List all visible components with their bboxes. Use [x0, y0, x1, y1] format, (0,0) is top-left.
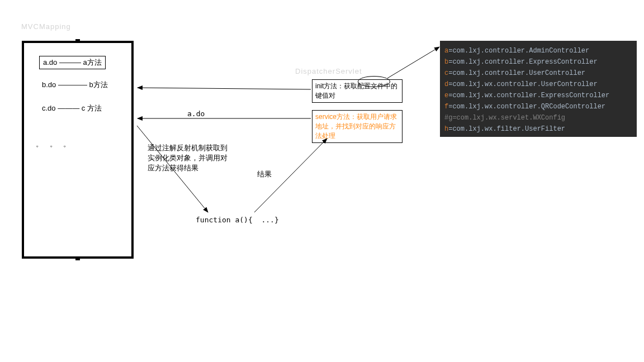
box-tab-top: [75, 39, 80, 41]
code-line: b=com.lxj.controller.ExpressController: [440, 56, 637, 68]
code-comment: #g=com.lxj.wx.servlet.WXConfig: [444, 114, 565, 122]
code-val: com.lxj.controller.UserController: [452, 69, 585, 77]
mapping-c-line: ———: [58, 104, 79, 112]
code-line: d=com.lxj.wx.controller.UserController: [440, 79, 637, 90]
arrow-label-ado: a.do: [187, 109, 205, 118]
mapping-b-line: ————: [58, 80, 87, 89]
mapping-b-right: b方法: [89, 80, 108, 89]
code-line: h=com.lxj.wx.filter.UserFilter: [440, 123, 637, 135]
code-line: e=com.lxj.wx.controller.ExpressControlle…: [440, 90, 637, 101]
mapping-a-right: a方法: [83, 58, 102, 66]
dispatcher-title: DispatcherServlet: [295, 67, 362, 75]
mapping-b-left: b.do: [42, 80, 56, 89]
function-text: function a(){ ...}: [196, 216, 279, 224]
code-line: a=com.lxj.controller.AdminController: [440, 45, 637, 56]
code-val: com.lxj.wx.controller.QRCodeController: [452, 103, 605, 111]
service-method-box: service方法：获取用户请求地址，并找到对应的响应方法处理: [312, 110, 402, 143]
code-val: com.lxj.controller.AdminController: [452, 47, 589, 55]
code-val: com.lxj.controller.ExpressController: [452, 58, 597, 66]
code-line: c=com.lxj.controller.UserController: [440, 68, 637, 79]
code-line-comment: #g=com.lxj.wx.servlet.WXConfig: [440, 112, 637, 123]
mapping-dots: 。 。 。: [36, 139, 73, 149]
reflection-text: 通过注解反射机制获取到实例化类对象，并调用对应方法获得结果: [148, 143, 231, 173]
code-line: f=com.lxj.wx.controller.QRCodeController: [440, 101, 637, 112]
svg-line-2: [387, 47, 439, 78]
properties-code-panel: a=com.lxj.controller.AdminController b=c…: [440, 41, 637, 137]
code-val: com.lxj.wx.filter.UserFilter: [452, 125, 565, 133]
callout-ellipse: [358, 76, 390, 87]
box-tab-bottom: [75, 258, 80, 260]
result-label: 结果: [257, 169, 272, 179]
mapping-row-a: a.do ——— a方法: [39, 56, 106, 69]
svg-line-0: [138, 88, 311, 89]
mapping-row-b: b.do ———— b方法: [42, 80, 108, 90]
mvc-title: MVCMapping: [21, 22, 71, 31]
mapping-a-line: ———: [59, 58, 81, 66]
mapping-row-c: c.do ——— c 方法: [42, 103, 102, 113]
code-val: com.lxj.wx.controller.ExpressController: [452, 92, 609, 99]
mapping-a-left: a.do: [43, 58, 57, 66]
mvc-mapping-box: [22, 41, 134, 259]
code-val: com.lxj.wx.controller.UserController: [452, 80, 597, 88]
mapping-c-left: c.do: [42, 104, 56, 112]
diagram-canvas: MVCMapping DispatcherServlet a.do ——— a方…: [0, 0, 644, 362]
mapping-c-right: c 方法: [82, 104, 102, 112]
